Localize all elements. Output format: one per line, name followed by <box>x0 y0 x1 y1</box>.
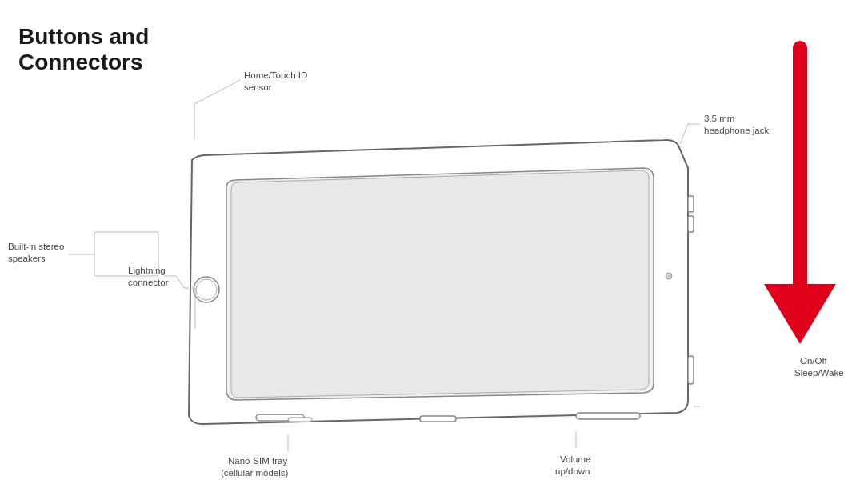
ipad-diagram: Home/Touch ID sensor 3.5 mm headphone ja… <box>0 0 864 504</box>
svg-text:3.5 mm: 3.5 mm <box>704 114 734 123</box>
svg-rect-8 <box>688 216 694 232</box>
svg-rect-6 <box>688 356 694 384</box>
svg-point-2 <box>666 273 672 279</box>
svg-line-14 <box>680 124 688 144</box>
svg-text:Built-in stereo: Built-in stereo <box>8 242 64 251</box>
svg-marker-38 <box>764 284 836 344</box>
svg-text:(cellular models): (cellular models) <box>221 468 289 478</box>
svg-rect-9 <box>288 418 312 422</box>
svg-text:Home/Touch ID: Home/Touch ID <box>244 70 307 80</box>
svg-text:Volume: Volume <box>560 454 590 464</box>
svg-rect-7 <box>688 196 694 212</box>
svg-point-0 <box>194 277 219 302</box>
svg-text:On/Off: On/Off <box>800 356 827 366</box>
svg-line-11 <box>194 80 240 104</box>
svg-text:sensor: sensor <box>244 82 272 92</box>
svg-line-24 <box>176 276 184 288</box>
svg-text:headphone jack: headphone jack <box>704 126 769 135</box>
svg-rect-4 <box>576 413 640 419</box>
svg-text:speakers: speakers <box>8 254 46 263</box>
svg-text:up/down: up/down <box>555 466 590 476</box>
svg-text:Nano-SIM tray: Nano-SIM tray <box>228 456 287 466</box>
svg-text:Sleep/Wake: Sleep/Wake <box>794 368 844 378</box>
svg-rect-5 <box>420 416 456 422</box>
red-arrow <box>764 48 836 344</box>
svg-text:connector: connector <box>128 278 169 287</box>
svg-text:Lightning: Lightning <box>128 266 166 275</box>
